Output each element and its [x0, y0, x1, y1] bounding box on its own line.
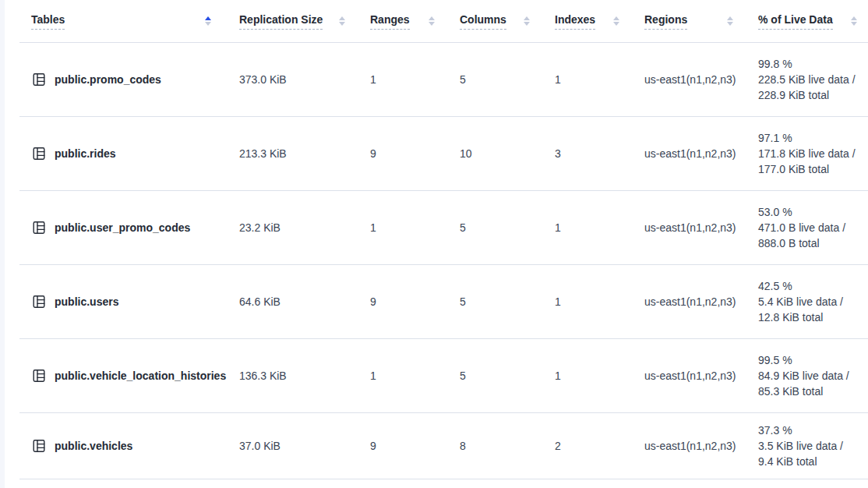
cell-replication-size: 373.0 KiB	[239, 73, 370, 86]
sort-arrows-icon[interactable]	[429, 16, 435, 26]
table-icon	[31, 368, 47, 384]
cell-indexes: 1	[555, 295, 644, 308]
cell-table-name: public.vehicles	[19, 438, 239, 454]
cell-table-name: public.promo_codes	[19, 72, 239, 87]
cell-replication-size: 136.3 KiB	[239, 370, 370, 382]
cell-table-name: public.rides	[19, 146, 239, 161]
table-icon	[31, 146, 47, 161]
tables-list-header: Tables Replication Size Ranges Columns I…	[19, 0, 868, 43]
cell-ranges: 9	[370, 440, 460, 452]
cell-indexes: 3	[555, 147, 644, 160]
table-icon	[31, 220, 47, 235]
table-name-link[interactable]: public.users	[55, 295, 118, 308]
table-name-link[interactable]: public.vehicles	[55, 440, 132, 452]
cell-indexes: 1	[555, 221, 644, 234]
live-data-percent: 99.8 %	[758, 56, 868, 72]
cell-columns: 5	[460, 73, 555, 86]
column-header-label: % of Live Data	[758, 13, 833, 30]
column-header-label: Indexes	[555, 13, 595, 30]
column-header-label: Ranges	[370, 13, 410, 30]
table-name-link[interactable]: public.user_promo_codes	[55, 221, 190, 234]
cell-regions: us-east1(n1,n2,n3)	[644, 221, 758, 234]
live-data-total: 85.3 KiB total	[758, 384, 868, 399]
column-header-replication-size[interactable]: Replication Size	[239, 0, 370, 42]
column-header-label: Regions	[644, 13, 687, 30]
table-rows: public.promo_codes 373.0 KiB 1 5 1 us-ea…	[19, 43, 868, 479]
page-edge-strip	[0, 0, 5, 488]
tables-list: Tables Replication Size Ranges Columns I…	[19, 0, 868, 479]
cell-columns: 5	[460, 295, 555, 308]
cell-columns: 5	[460, 221, 555, 234]
column-header-indexes[interactable]: Indexes	[555, 0, 644, 42]
cell-ranges: 9	[370, 295, 460, 308]
cell-columns: 10	[460, 147, 555, 160]
sort-arrows-icon[interactable]	[205, 16, 211, 26]
table-name-link[interactable]: public.rides	[55, 147, 116, 160]
cell-replication-size: 37.0 KiB	[239, 440, 370, 452]
sort-arrows-icon[interactable]	[727, 16, 733, 26]
table-icon	[31, 294, 47, 309]
column-header-label: Tables	[31, 13, 65, 30]
cell-ranges: 1	[370, 73, 460, 86]
cell-live-data: 37.3 % 3.5 KiB live data / 9.4 KiB total	[758, 423, 868, 469]
table-name-link[interactable]: public.vehicle_location_histories	[55, 370, 226, 382]
column-header-label: Replication Size	[239, 13, 323, 30]
column-header-regions[interactable]: Regions	[644, 0, 758, 42]
live-data-amount: 228.5 KiB live data /	[758, 72, 868, 87]
cell-table-name: public.user_promo_codes	[19, 220, 239, 235]
table-name-link[interactable]: public.promo_codes	[55, 73, 161, 86]
cell-indexes: 1	[555, 73, 644, 86]
table-row: public.user_promo_codes 23.2 KiB 1 5 1 u…	[19, 191, 868, 265]
live-data-amount: 3.5 KiB live data /	[758, 438, 868, 454]
live-data-amount: 84.9 KiB live data /	[758, 368, 868, 384]
table-row: public.promo_codes 373.0 KiB 1 5 1 us-ea…	[19, 43, 868, 117]
table-row: public.vehicles 37.0 KiB 9 8 2 us-east1(…	[19, 413, 868, 479]
cell-live-data: 97.1 % 171.8 KiB live data / 177.0 KiB t…	[758, 130, 868, 177]
cell-replication-size: 213.3 KiB	[239, 147, 370, 160]
live-data-total: 177.0 KiB total	[758, 161, 868, 177]
live-data-total: 9.4 KiB total	[758, 454, 868, 469]
cell-indexes: 1	[555, 370, 644, 382]
cell-regions: us-east1(n1,n2,n3)	[644, 147, 758, 160]
live-data-amount: 171.8 KiB live data /	[758, 146, 868, 161]
sort-arrows-icon[interactable]	[524, 16, 530, 26]
table-row: public.vehicle_location_histories 136.3 …	[19, 339, 868, 413]
cell-replication-size: 23.2 KiB	[239, 221, 370, 234]
live-data-percent: 42.5 %	[758, 278, 868, 294]
live-data-total: 888.0 B total	[758, 235, 868, 251]
cell-regions: us-east1(n1,n2,n3)	[644, 73, 758, 86]
cell-regions: us-east1(n1,n2,n3)	[644, 440, 758, 452]
table-row: public.rides 213.3 KiB 9 10 3 us-east1(n…	[19, 117, 868, 191]
sort-arrows-icon[interactable]	[613, 16, 619, 26]
live-data-total: 12.8 KiB total	[758, 309, 868, 325]
cell-regions: us-east1(n1,n2,n3)	[644, 370, 758, 382]
live-data-amount: 471.0 B live data /	[758, 220, 868, 235]
cell-regions: us-east1(n1,n2,n3)	[644, 295, 758, 308]
cell-table-name: public.vehicle_location_histories	[19, 368, 239, 384]
live-data-percent: 99.5 %	[758, 352, 868, 368]
column-header-live-data[interactable]: % of Live Data	[758, 0, 868, 42]
column-header-label: Columns	[460, 13, 506, 30]
sort-arrows-icon[interactable]	[339, 16, 345, 26]
table-row: public.users 64.6 KiB 9 5 1 us-east1(n1,…	[19, 265, 868, 339]
cell-columns: 5	[460, 370, 555, 382]
table-icon	[31, 438, 47, 454]
live-data-total: 228.9 KiB total	[758, 87, 868, 103]
sort-arrows-icon[interactable]	[851, 16, 857, 26]
live-data-percent: 37.3 %	[758, 423, 868, 438]
column-header-tables[interactable]: Tables	[19, 0, 239, 42]
cell-live-data: 99.5 % 84.9 KiB live data / 85.3 KiB tot…	[758, 352, 868, 399]
cell-live-data: 42.5 % 5.4 KiB live data / 12.8 KiB tota…	[758, 278, 868, 325]
cell-live-data: 53.0 % 471.0 B live data / 888.0 B total	[758, 204, 868, 251]
column-header-ranges[interactable]: Ranges	[370, 0, 460, 42]
live-data-percent: 97.1 %	[758, 130, 868, 146]
cell-table-name: public.users	[19, 294, 239, 309]
cell-columns: 8	[460, 440, 555, 452]
cell-ranges: 1	[370, 221, 460, 234]
cell-ranges: 9	[370, 147, 460, 160]
cell-replication-size: 64.6 KiB	[239, 295, 370, 308]
table-icon	[31, 72, 47, 87]
live-data-amount: 5.4 KiB live data /	[758, 294, 868, 309]
cell-indexes: 2	[555, 440, 644, 452]
column-header-columns[interactable]: Columns	[460, 0, 555, 42]
